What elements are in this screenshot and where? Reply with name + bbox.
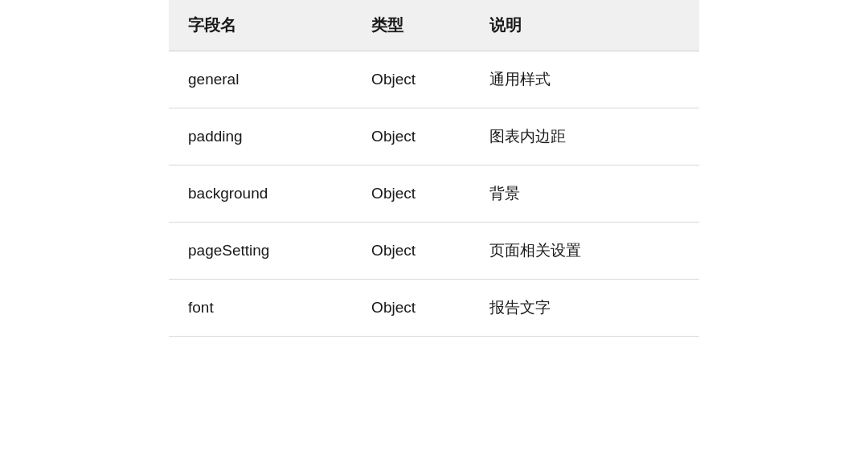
type-cell: Object [352, 223, 470, 280]
field-cell: background [169, 166, 352, 223]
field-cell: general [169, 51, 352, 108]
table-row: pageSettingObject页面相关设置 [169, 223, 699, 280]
field-cell: pageSetting [169, 223, 352, 280]
description-cell: 通用样式 [470, 51, 699, 108]
description-cell: 报告文字 [470, 280, 699, 337]
description-cell: 页面相关设置 [470, 223, 699, 280]
type-cell: Object [352, 51, 470, 108]
field-cell: font [169, 280, 352, 337]
field-name-header: 字段名 [169, 0, 352, 51]
table-row: paddingObject图表内边距 [169, 108, 699, 166]
table-row: generalObject通用样式 [169, 51, 699, 108]
api-table: 字段名 类型 说明 generalObject通用样式paddingObject… [169, 0, 699, 337]
description-header: 说明 [470, 0, 699, 51]
description-cell: 图表内边距 [470, 108, 699, 166]
type-cell: Object [352, 280, 470, 337]
field-cell: padding [169, 108, 352, 166]
type-header: 类型 [352, 0, 470, 51]
type-cell: Object [352, 166, 470, 223]
table-row: backgroundObject背景 [169, 166, 699, 223]
type-cell: Object [352, 108, 470, 166]
description-cell: 背景 [470, 166, 699, 223]
table-row: fontObject报告文字 [169, 280, 699, 337]
